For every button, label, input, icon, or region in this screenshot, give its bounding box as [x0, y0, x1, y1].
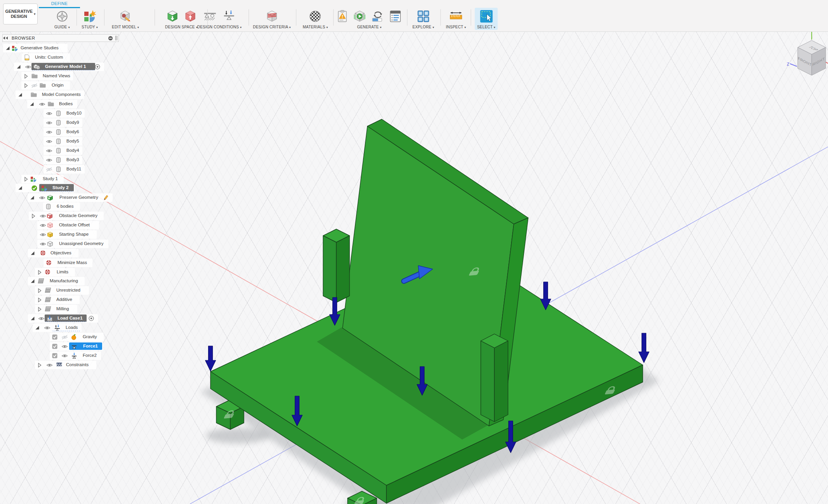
expand-closed-icon[interactable] — [31, 214, 36, 219]
eye-visible-icon[interactable]: > — [40, 242, 46, 247]
tree-row-6-bodies[interactable]: 6 bodies — [43, 202, 80, 211]
expand-open-icon[interactable] — [30, 195, 35, 200]
tree-row-bodies[interactable]: >Bodies — [27, 100, 77, 108]
expand-closed-icon[interactable] — [37, 297, 42, 302]
expand-closed-icon[interactable] — [37, 270, 42, 275]
study-icon[interactable] — [83, 10, 96, 23]
expand-open-icon[interactable] — [30, 316, 35, 321]
tree-row-generative-model-1[interactable]: >Generative Model 1 — [14, 63, 104, 71]
tree-row-body5[interactable]: >Body5 — [43, 137, 82, 146]
eye-visible-icon[interactable]: > — [40, 232, 46, 237]
collapse-panel-icon[interactable] — [3, 36, 9, 40]
tree-row-gravity[interactable]: Gravity — [50, 333, 104, 341]
visibility-checkbox[interactable] — [52, 353, 57, 358]
tree-row-body4[interactable]: >Body4 — [43, 146, 82, 155]
materials-sphere-icon[interactable] — [309, 10, 322, 23]
toolbar-group-explore[interactable]: EXPLORE ▾ — [410, 8, 437, 30]
minus-circle-icon[interactable] — [108, 36, 113, 41]
expand-closed-icon[interactable] — [24, 74, 28, 79]
eye-hidden-icon[interactable] — [31, 83, 38, 88]
tree-row-force1[interactable]: >Force1 — [50, 342, 103, 351]
eye-visible-icon[interactable]: > — [40, 214, 46, 219]
cube-play-icon[interactable] — [353, 10, 367, 23]
expand-open-icon[interactable] — [16, 64, 21, 69]
tree-row-starting-shape[interactable]: >Starting Shape — [37, 230, 97, 239]
eye-visible-icon[interactable]: > — [25, 64, 31, 70]
eye-visible-icon[interactable]: > — [39, 195, 45, 200]
expand-closed-icon[interactable] — [37, 288, 42, 293]
eye-visible-icon[interactable]: > — [40, 223, 46, 228]
expand-closed-icon[interactable] — [37, 307, 42, 312]
eye-visible-icon[interactable]: > — [61, 344, 68, 349]
eye-visible-icon[interactable]: > — [61, 353, 68, 358]
visibility-checkbox[interactable] — [52, 344, 57, 349]
compass-icon[interactable] — [56, 10, 68, 23]
clipboard-warning-icon[interactable] — [337, 10, 348, 23]
tree-row-additive[interactable]: Additive — [35, 295, 80, 304]
tree-row-study-1[interactable]: Study 1 — [21, 175, 64, 183]
tree-row-named-views[interactable]: Named Views — [21, 72, 73, 80]
activate-radio-icon[interactable] — [89, 316, 94, 321]
select-cursor-icon[interactable] — [480, 10, 493, 23]
model-face-right-post-right[interactable] — [494, 341, 508, 422]
expand-closed-icon[interactable] — [24, 83, 28, 88]
eye-visible-icon[interactable]: > — [46, 158, 52, 163]
eye-visible-icon[interactable]: > — [46, 130, 52, 135]
tree-row-load-case1[interactable]: >Load Case1 — [28, 314, 98, 323]
tree-row-objectives[interactable]: Objectives — [28, 249, 78, 257]
toolbar-group-design-criteria[interactable]: DESIGN CRITERIA ▾ — [250, 8, 293, 30]
expand-open-icon[interactable] — [18, 186, 23, 190]
toolbar-group-edit-model[interactable]: EDIT MODEL ▾ — [110, 8, 141, 30]
expand-closed-icon[interactable] — [24, 177, 28, 182]
model-face-left-post-left[interactable] — [323, 236, 336, 302]
tree-row-milling[interactable]: Milling — [35, 305, 77, 313]
tree-row-units-custom[interactable]: Units: Custom — [22, 53, 70, 62]
tree-row-minimize-mass[interactable]: Minimize Mass — [43, 259, 92, 267]
tree-row-obstacle-geometry[interactable]: >Obstacle Geometry — [29, 212, 104, 220]
expand-open-icon[interactable] — [30, 102, 34, 106]
load-arrow-down[interactable] — [205, 346, 216, 371]
tree-row-constraints[interactable]: >Constraints — [35, 361, 96, 369]
tree-row-force2[interactable]: >Force2 — [50, 351, 101, 360]
tree-row-body11[interactable]: Body11 — [43, 165, 85, 174]
visibility-checkbox[interactable] — [52, 334, 57, 340]
tree-row-body10[interactable]: >Body10 — [43, 109, 85, 118]
expand-open-icon[interactable] — [30, 251, 35, 255]
criteria-cube-icon[interactable] — [265, 10, 278, 23]
tree-row-body6[interactable]: >Body6 — [43, 128, 82, 136]
expand-open-icon[interactable] — [30, 279, 35, 283]
expand-open-icon[interactable] — [18, 92, 23, 97]
toolbar-group-guide[interactable]: GUIDE ▾ — [52, 8, 72, 30]
tree-row-unassigned-geometry[interactable]: >Unassigned Geometry — [37, 240, 108, 248]
sync-progress-icon[interactable] — [371, 10, 384, 23]
edit-pencil-icon[interactable] — [103, 195, 109, 200]
tab-define[interactable]: DEFINE — [39, 0, 80, 8]
eye-visible-icon[interactable]: > — [46, 111, 52, 116]
toolbar-group-materials[interactable]: MATERIALS ▾ — [301, 8, 331, 30]
grip-icon[interactable] — [115, 36, 117, 40]
tree-row-preserve-geometry[interactable]: >Preserve Geometry — [28, 193, 113, 202]
eye-hidden-icon[interactable] — [46, 167, 52, 172]
tree-row-study-2[interactable]: Study 2 — [16, 184, 75, 192]
cube-green-down-icon[interactable] — [166, 10, 179, 23]
toolbar-group-generate[interactable]: GENERATE ▾ — [335, 8, 404, 30]
workspace-switcher[interactable]: GENERATIVE DESIGN ▾ — [3, 3, 38, 24]
eye-visible-icon[interactable]: > — [46, 139, 52, 144]
expand-open-icon[interactable] — [5, 46, 10, 50]
activate-radio-icon[interactable] — [95, 64, 100, 70]
eye-visible-icon[interactable]: > — [46, 120, 52, 125]
eye-visible-icon[interactable]: > — [38, 316, 45, 321]
eye-visible-icon[interactable]: > — [39, 102, 45, 107]
tree-row-manufacturing[interactable]: Manufacturing — [28, 277, 85, 285]
ruler-icon[interactable] — [449, 11, 463, 22]
model-face-right-post-left[interactable] — [481, 341, 494, 422]
toolbar-group-design-conditions[interactable]: DESIGN CONDITIONS ▾ — [195, 8, 244, 30]
eye-hidden-icon[interactable] — [61, 335, 68, 340]
eye-visible-icon[interactable]: > — [46, 363, 53, 368]
tree-row-model-components[interactable]: Model Components — [16, 90, 84, 99]
tree-row-body9[interactable]: >Body9 — [43, 118, 82, 127]
toolbar-group-design-space[interactable]: DESIGN SPACE ▾ — [163, 8, 200, 30]
tree-row-obstacle-offset[interactable]: >Obstacle Offset — [37, 221, 99, 229]
toolbar-group-select[interactable]: SELECT ▾ — [475, 8, 497, 30]
tree-row-body3[interactable]: >Body3 — [43, 156, 82, 164]
